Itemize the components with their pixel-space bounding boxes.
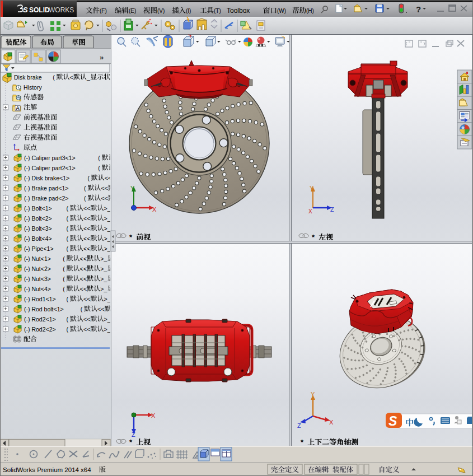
svg-text:_: _ [104, 265, 107, 272]
svg-text:<: < [105, 175, 108, 181]
svg-text:(-) Caliper part3<1>: (-) Caliper part3<1> [24, 155, 76, 161]
svg-text:>: > [100, 255, 104, 262]
svg-text:(-) Rod bolt<1>: (-) Rod bolt<1> [24, 306, 64, 312]
svg-text:(: ( [67, 225, 69, 232]
svg-text:>: > [104, 225, 107, 232]
svg-text:>: > [100, 265, 104, 272]
svg-text:(-) Nut<2>: (-) Nut<2> [24, 265, 51, 272]
svg-text:Y: Y [310, 185, 314, 192]
svg-text:(: ( [67, 215, 69, 222]
svg-text:>: > [104, 296, 107, 302]
svg-text:SolidWorks Premium 2014 x64: SolidWorks Premium 2014 x64 [3, 466, 91, 473]
svg-text:(W): (W) [277, 8, 286, 14]
svg-text:_: _ [107, 215, 111, 222]
svg-text:(: ( [84, 195, 86, 202]
svg-text:<: < [97, 306, 101, 312]
svg-text:_: _ [104, 276, 107, 282]
svg-text:(: ( [63, 255, 65, 262]
svg-text:(V): (V) [157, 8, 165, 14]
svg-text:<: < [87, 205, 90, 212]
svg-text:(-) Nut<4>: (-) Nut<4> [24, 286, 51, 292]
svg-text:_: _ [107, 225, 111, 232]
svg-text:(E): (E) [129, 8, 136, 14]
svg-text:(-) Nut<1>: (-) Nut<1> [24, 255, 51, 262]
svg-text:>: > [104, 235, 107, 242]
svg-text:_: _ [107, 326, 111, 333]
svg-text:>: > [104, 215, 107, 222]
svg-text:(-) Brake pad<2>: (-) Brake pad<2> [24, 195, 68, 202]
svg-text:_: _ [107, 245, 111, 252]
svg-text:<: < [70, 74, 73, 81]
svg-text:_: _ [107, 205, 111, 212]
svg-text:<: < [87, 296, 90, 302]
svg-text:(I): (I) [186, 8, 191, 14]
svg-text:>: > [104, 316, 107, 323]
svg-text:<: < [80, 265, 83, 272]
svg-text:X: X [308, 208, 312, 214]
svg-text:>: > [104, 326, 107, 333]
svg-text:(: ( [67, 235, 69, 242]
svg-text:<: < [83, 225, 87, 232]
svg-text:(: ( [67, 245, 69, 252]
svg-text:_: _ [104, 255, 107, 262]
svg-text:<: < [105, 185, 108, 192]
svg-text:<: < [83, 235, 87, 242]
svg-text:(: ( [67, 326, 69, 333]
svg-text:<: < [83, 326, 87, 333]
svg-text:<: < [87, 326, 90, 333]
svg-text:(T): (T) [214, 8, 221, 14]
svg-text:(-) Rod2<1>: (-) Rod2<1> [24, 316, 56, 323]
svg-text:Z: Z [297, 422, 301, 429]
svg-text:(: ( [67, 205, 69, 212]
svg-text:(: ( [81, 306, 83, 312]
svg-text:<: < [83, 265, 87, 272]
svg-text:<: < [87, 235, 90, 242]
svg-text:(-) Pipe<1>: (-) Pipe<1> [24, 245, 54, 252]
svg-text:<: < [83, 205, 87, 212]
svg-text:>: > [100, 276, 104, 282]
svg-text:<: < [87, 245, 90, 252]
svg-text:(-) Bolt<4>: (-) Bolt<4> [24, 235, 52, 242]
svg-text:(-) Bolt<1>: (-) Bolt<1> [24, 205, 52, 212]
svg-text:<: < [101, 195, 104, 202]
svg-text:(-) Rod1<1>: (-) Rod1<1> [24, 296, 56, 302]
svg-text:_: _ [107, 235, 111, 242]
svg-text:Toolbox: Toolbox [227, 7, 250, 15]
svg-text:(: ( [63, 286, 65, 292]
svg-text:<: < [87, 225, 90, 232]
svg-text:X: X [329, 419, 334, 426]
svg-text:(: ( [98, 155, 100, 161]
svg-text:Y: Y [311, 391, 315, 398]
svg-text:<: < [80, 255, 83, 262]
svg-text:A: A [16, 105, 20, 111]
svg-text:<: < [83, 255, 87, 262]
svg-text:WORKS: WORKS [49, 6, 74, 14]
svg-text:(F): (F) [100, 8, 107, 14]
svg-text:<: < [83, 316, 87, 323]
svg-text:»: » [100, 53, 104, 62]
svg-text:(-) Rod2<2>: (-) Rod2<2> [24, 326, 56, 333]
svg-text:(-) Caliper part2<1>: (-) Caliper part2<1> [24, 165, 76, 171]
svg-text:<: < [101, 306, 104, 312]
svg-text:X: X [152, 206, 157, 213]
svg-text:(H): (H) [306, 8, 314, 14]
svg-text:(: ( [53, 74, 55, 81]
svg-text:SOLID: SOLID [29, 6, 50, 14]
svg-text:<: < [83, 245, 87, 252]
svg-text:S: S [388, 414, 397, 428]
svg-text:<: < [87, 316, 90, 323]
svg-text:<: < [87, 215, 90, 222]
svg-text:<: < [83, 296, 87, 302]
svg-text:_: _ [107, 296, 111, 302]
svg-text:(: ( [63, 276, 65, 282]
svg-text:(: ( [84, 185, 86, 192]
svg-text:Z: Z [330, 206, 334, 213]
svg-text:>: > [104, 245, 107, 252]
svg-text:(: ( [67, 316, 69, 323]
svg-text:(: ( [67, 296, 69, 302]
svg-text:(: ( [98, 165, 100, 171]
svg-text:<: < [80, 276, 83, 282]
svg-text:Z: Z [132, 431, 135, 438]
svg-text:_: _ [86, 74, 90, 81]
svg-text:?: ? [416, 4, 421, 14]
